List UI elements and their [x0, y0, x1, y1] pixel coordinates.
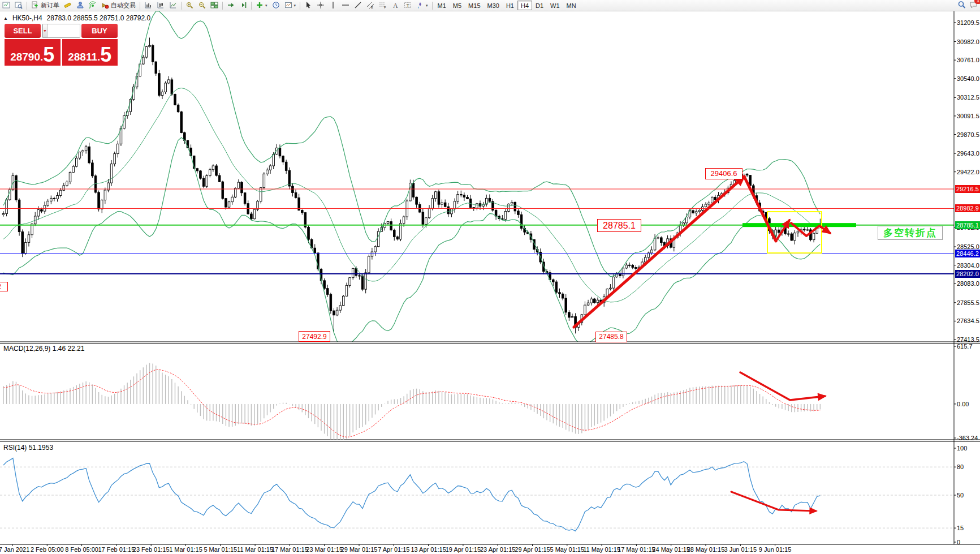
timeframe-button-D1[interactable]: D1: [532, 1, 547, 10]
toolbar-crayon-button[interactable]: [62, 0, 74, 11]
timeframe-button-M15[interactable]: M15: [465, 1, 483, 10]
macd-axis-tick: -363.24: [957, 435, 978, 441]
time-axis-label: 29 Apr 01:15: [515, 546, 550, 553]
volume-down-button[interactable]: ▼: [42, 24, 48, 37]
toolbar-add-indicator-button[interactable]: ▾: [253, 0, 270, 11]
green-band[interactable]: [742, 223, 856, 227]
toolbar-line-chart-mode-button[interactable]: [167, 0, 179, 11]
search-icon[interactable]: [957, 1, 966, 10]
swing-high-label[interactable]: 29406.6: [705, 168, 742, 179]
price-tick: 29422.0: [957, 169, 979, 175]
rsi-indicator-label: RSI(14) 51.1953: [3, 444, 53, 452]
notifications-icon[interactable]: 1: [969, 1, 978, 10]
toolbar-crosshair-button[interactable]: [314, 0, 327, 11]
collapse-icon[interactable]: ▲: [3, 16, 8, 21]
buy-button[interactable]: BUY: [81, 24, 118, 38]
chevron-down-icon: ▾: [294, 3, 296, 8]
chart-preview-icon: [15, 1, 23, 10]
toolbar-vertical-line-button[interactable]: [327, 0, 339, 11]
time-axis-label: 23 Mar 01:15: [306, 546, 343, 553]
toolbar-zoom-in-button[interactable]: [183, 0, 196, 11]
toolbar-shapes-button[interactable]: ▾: [414, 0, 430, 11]
price-tick: 29870.5: [957, 131, 979, 138]
level-axis-label: 29216.5: [955, 185, 980, 193]
toolbar-equidistant-channel-button[interactable]: E: [364, 0, 377, 11]
toolbar-text-label-button[interactable]: T: [402, 0, 414, 11]
time-axis-label: 11 May 01:15: [583, 546, 620, 553]
svg-text:A: A: [393, 1, 398, 9]
sell-button[interactable]: SELL: [5, 24, 41, 38]
toolbar-chart-window-button[interactable]: [0, 0, 12, 11]
buy-price[interactable]: 28811.5: [62, 39, 118, 66]
timeframe-button-M1[interactable]: M1: [434, 1, 450, 10]
chevron-down-icon: ▾: [265, 3, 267, 8]
toolbar-separator: [251, 2, 252, 10]
toolbar-new-order-button[interactable]: 新订单: [29, 0, 62, 11]
toolbar-chart-preview-button[interactable]: [12, 0, 25, 11]
macd-axis-tick: 0.00: [957, 401, 969, 407]
toolbar-candle-chart-mode-button[interactable]: [154, 0, 167, 11]
toolbar-chart-shift-button[interactable]: [237, 0, 249, 11]
new-order-icon: [31, 1, 39, 10]
price-tick: 27855.5: [957, 299, 979, 306]
channel-icon: E: [366, 1, 374, 10]
timeframe-button-M30[interactable]: M30: [484, 1, 503, 10]
toolbar-templates-button[interactable]: ▾: [282, 0, 299, 11]
macd-indicator-label: MACD(12,26,9) 1.46 22.21: [3, 345, 84, 353]
chart-window-icon: [2, 1, 10, 10]
level-axis-label: 28785.1: [955, 221, 980, 229]
price-tick: 27413.5: [957, 336, 979, 343]
sell-price[interactable]: 28790.5: [5, 39, 61, 66]
auto-scroll-icon: [227, 1, 235, 10]
time-axis-label: 2 Feb 05:00: [31, 546, 64, 553]
toolbar-signals-button[interactable]: [87, 0, 99, 11]
bar-chart-icon: [144, 1, 152, 10]
toolbar-auto-scroll-button[interactable]: [225, 0, 237, 11]
toolbar-autotrade-label: 自动交易: [111, 1, 136, 10]
bollinger-bands: [3, 11, 820, 348]
time-axis-label: 1 Mar 01:15: [169, 546, 202, 553]
toolbar-expert-advisors-button[interactable]: [74, 0, 87, 11]
toolbar-bar-chart-mode-button[interactable]: [142, 0, 154, 11]
timeframe-button-MN[interactable]: MN: [563, 1, 580, 10]
trend-arrow[interactable]: [744, 177, 776, 241]
toolbar-tile-windows-button[interactable]: [208, 0, 221, 11]
toolbar-horizontal-line-button[interactable]: [339, 0, 352, 11]
text-icon: A: [391, 1, 399, 10]
time-axis-label: 23 Apr 01:15: [480, 546, 515, 553]
add-indicator-icon: [256, 1, 264, 10]
toolbar-text-button[interactable]: A: [389, 0, 402, 11]
toolbar-periods-button[interactable]: [270, 0, 282, 11]
rsi-axis-tick: 50: [957, 492, 964, 499]
volume-input[interactable]: [48, 24, 80, 37]
time-axis-label: 8 Feb 05:00: [65, 546, 98, 553]
time-axis-label: 19 Apr 01:15: [446, 546, 481, 553]
left-clipped-label[interactable]: 2: [0, 282, 8, 291]
pivot-price-label[interactable]: 28785.1: [597, 219, 641, 232]
price-tick: 28304.0: [957, 262, 979, 269]
level-axis-label: 28202.0: [955, 270, 980, 278]
label-icon: T: [404, 1, 412, 10]
level-axis-label: 28982.9: [955, 204, 980, 212]
symbol-header: ▲ HK50-,H4 28783.0 28855.5 28751.0 28792…: [3, 14, 150, 22]
vline-icon: [329, 1, 337, 10]
rsi-arrow-head: [809, 507, 818, 514]
price-tick: 28083.0: [957, 280, 979, 287]
buy-price-frac: 5: [100, 45, 111, 65]
timeframe-button-H4[interactable]: H4: [517, 1, 532, 10]
timeframe-button-H1[interactable]: H1: [503, 1, 517, 10]
rsi-arrow[interactable]: [731, 492, 816, 511]
swing-low-may-label[interactable]: 27485.8: [595, 332, 627, 342]
pivot-note-text[interactable]: 多空转折点: [878, 226, 943, 240]
timeframe-button-M5[interactable]: M5: [450, 1, 465, 10]
toolbar-cursor-button[interactable]: [302, 0, 314, 11]
time-axis-label: 17 May 01:15: [618, 546, 655, 553]
price-tick: 30091.5: [957, 113, 979, 119]
toolbar-trendline-button[interactable]: [352, 0, 364, 11]
toolbar-autotrade-button[interactable]: 自动交易: [99, 0, 138, 11]
toolbar-fibonacci-button[interactable]: F: [377, 0, 389, 11]
time-axis-label: 28 May 01:15: [687, 546, 725, 553]
toolbar-zoom-out-button[interactable]: [196, 0, 208, 11]
timeframe-button-W1[interactable]: W1: [547, 1, 563, 10]
swing-low-march-label[interactable]: 27492.9: [299, 331, 330, 342]
